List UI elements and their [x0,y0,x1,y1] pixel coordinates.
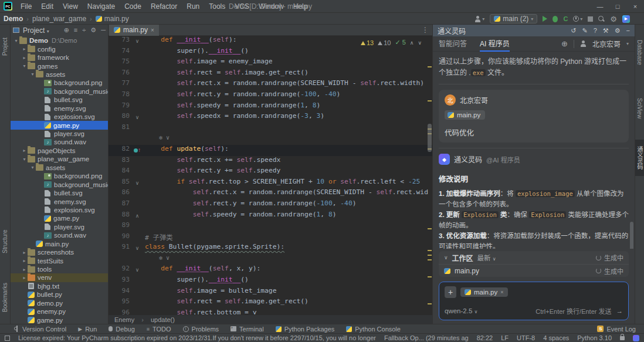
tools-icon[interactable]: ⚒ [603,27,609,35]
workspace-filter[interactable]: 最新 ∨ [477,253,496,262]
coverage-button[interactable]: C [563,15,568,22]
tree-item-game-py[interactable]: game.py [11,316,108,324]
tree-item-game-py[interactable]: game.py [11,214,108,222]
tree-item-demo[interactable]: ▾DemoD:\Demo [11,36,108,45]
tree-chevron-icon[interactable]: ▸ [21,258,28,263]
tool-window-button-python-packages[interactable]: Python Packages [276,326,335,333]
tree-item-explosion-svg[interactable]: explosion.svg [11,206,108,214]
tree-item-background-png[interactable]: background.png [11,79,108,87]
tree-item-bullet-svg[interactable]: bullet.svg [11,96,108,104]
tree-item-enemy-svg[interactable]: enemy.svg [11,104,108,113]
menu-view[interactable]: View [58,0,83,13]
next-warning-icon[interactable]: ∨ [418,40,422,46]
lingma-status-icon[interactable] [633,335,639,341]
breadcrumb-item[interactable]: Demo [4,15,23,23]
settings-icon[interactable]: ⚙ [615,27,621,35]
tree-item-bullet-py[interactable]: bullet.py [11,290,108,299]
project-panel-title[interactable]: Project ▾ [23,26,49,35]
lock-icon[interactable] [620,336,625,340]
user-profile-button[interactable]: ▾ [474,16,484,22]
tree-item-main-py[interactable]: main.py [11,240,108,248]
breadcrumb-item[interactable]: main.py [104,15,129,23]
tree-chevron-icon[interactable]: ▸ [21,46,28,52]
tool-window-button-run[interactable]: ▶Run [78,326,97,333]
tool-window-button-todo[interactable]: ≡TODO [147,326,171,333]
tool-window-structure[interactable]: Structure [0,218,10,265]
tree-item-bullet-svg[interactable]: bullet.svg [11,189,108,197]
debug-button[interactable] [553,16,558,22]
prev-warning-icon[interactable]: ∧ [410,40,414,46]
tree-item-enemy-svg[interactable]: enemy.svg [11,197,108,205]
lingma-toolbar-icon[interactable] [622,15,630,23]
fallback-status[interactable]: Fallback Op... (29 minutes ag [384,334,469,341]
tree-chevron-icon[interactable]: ▸ [21,55,28,60]
new-session-icon[interactable]: ⊕ [561,39,568,48]
tree-item-sound-wav[interactable]: sound.wav [11,138,108,146]
tree-item-sound-wav[interactable]: sound.wav [11,231,108,239]
breadcrumb-item[interactable]: plane_war_game [32,15,86,23]
tree-chevron-icon[interactable]: ▾ [29,72,36,77]
editor-scrollbar[interactable] [426,36,432,314]
lingma-inline-widget[interactable]: ✻ ∨ [145,255,170,261]
workspace-file-row[interactable]: main.py 生成中 [439,264,629,277]
model-selector[interactable]: qwen-2.5 ∨ [445,307,477,314]
tool-window-button-problems[interactable]: Problems [183,326,219,333]
menu-refactor[interactable]: Refactor [146,0,182,13]
tree-chevron-icon[interactable]: ▸ [21,250,28,255]
tree-item-screenshots[interactable]: ▸screenshots [11,248,108,256]
tree-item-plane-war-game[interactable]: ▾plane_war_game [11,155,108,163]
tree-chevron-icon[interactable]: ▸ [21,275,28,280]
tree-item-assets[interactable]: ▾assets [11,164,108,172]
tab-options-icon[interactable]: ⋮ [422,26,429,34]
caret-position[interactable]: 82:22 [477,334,493,341]
tool-window-bookmarks[interactable]: Bookmarks [0,271,10,324]
menu-tools[interactable]: Tools [204,0,230,13]
profiler-button[interactable]: ▾ [573,16,582,22]
search-everywhere-button[interactable] [598,16,605,22]
locate-file-icon[interactable]: ⊕ [64,26,69,34]
tool-window-project[interactable]: Project [0,26,10,67]
tree-item-testsuits[interactable]: ▸testSuits [11,256,108,265]
tree-chevron-icon[interactable]: ▾ [13,38,19,43]
lingma-inline-widget[interactable]: ✻ ∨ [145,134,170,141]
tree-item-bjhg-txt[interactable]: bjhg.txt [11,282,108,290]
code-editor[interactable]: 13 10 ✓ 5 ∧ ∨ 73∨ def __init__(self):74 … [109,36,432,314]
tree-chevron-icon[interactable]: ▸ [21,267,28,272]
collapse-all-icon[interactable]: ÷ [82,26,86,34]
tree-chevron-icon[interactable]: ▾ [21,157,28,162]
stop-button[interactable] [588,16,593,22]
chat-history[interactable]: 通过以上步骤，你应该能够成功将你的 Python 游戏打包成一个独立的 .exe… [433,52,635,249]
menu-navigate[interactable]: Navigate [83,0,120,13]
menu-file[interactable]: File [16,0,36,13]
minimize-button[interactable]: — [591,0,609,13]
remove-chip-icon[interactable]: × [500,289,503,295]
close-button[interactable]: × [626,0,644,13]
tab-ai-programmer[interactable]: AI 程序员 [480,36,510,52]
tree-item-enemy-py[interactable]: enemy.py [11,307,108,316]
menu-edit[interactable]: Edit [36,0,58,13]
tree-item-pageobjects[interactable]: ▸pageObjects [11,147,108,155]
tree-item-venv[interactable]: ▸venv [11,273,108,282]
tree-item-background-png[interactable]: background.png [11,172,108,180]
chat-scrollbar[interactable] [630,222,633,249]
editor-tab-mainpy[interactable]: main.py × [109,25,159,36]
file-encoding[interactable]: UTF-8 [517,334,535,341]
tree-item-assets[interactable]: ▾assets [11,70,108,79]
add-context-button[interactable]: + [445,286,456,298]
expand-all-icon[interactable]: ≡ [74,26,77,34]
tab-smart-qa[interactable]: 智能问答 [439,36,467,52]
tree-chevron-icon[interactable]: ▾ [21,63,28,69]
help-icon[interactable]: ? [594,27,597,35]
tool-window-通义灵码[interactable]: 通义灵码 [635,140,644,176]
inspections-widget[interactable]: 13 10 ✓ 5 ∧ ∨ [358,38,424,47]
tool-window-button-terminal[interactable]: Terminal [231,326,264,333]
tree-item-demo-py[interactable]: demo.py [11,299,108,307]
tool-window-button-debug[interactable]: Debug [109,326,134,333]
context-file-chip[interactable]: main.py [445,110,485,120]
panel-settings-icon[interactable]: ⚙ [90,26,96,34]
close-tab-icon[interactable]: × [151,27,154,33]
editor-breadcrumb-item[interactable]: Enemy [114,316,134,323]
hide-panel-icon[interactable]: ─ [101,26,106,34]
tree-item-tools[interactable]: ▸tools [11,265,108,273]
tree-item-explosion-svg[interactable]: explosion.svg [11,113,108,121]
